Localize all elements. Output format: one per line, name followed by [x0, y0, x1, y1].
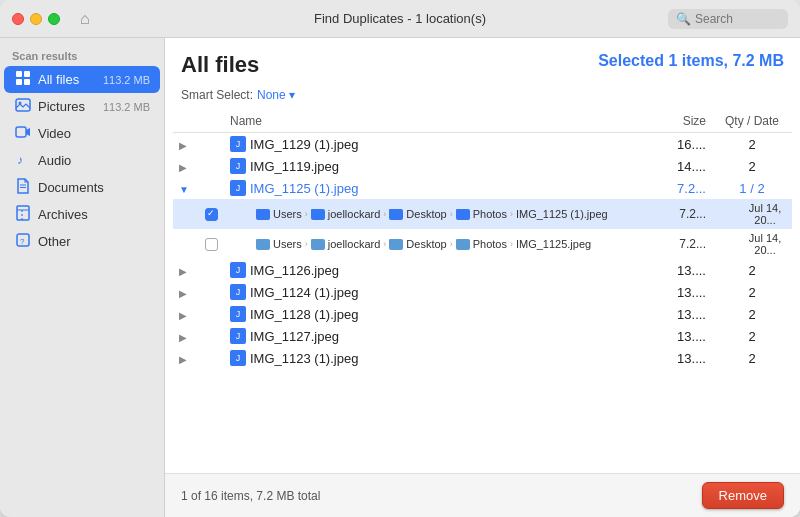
table-row[interactable]: ▶ J IMG_1129 (1).jpeg 16.... 2: [173, 133, 792, 156]
sidebar-item-documents[interactable]: Documents: [4, 174, 160, 201]
folder-icon: [456, 209, 470, 220]
file-name: IMG_1123 (1).jpeg: [250, 351, 358, 366]
all-files-label: All files: [38, 72, 97, 87]
sidebar-item-audio[interactable]: ♪ Audio: [4, 147, 160, 174]
path-segment: IMG_1125 (1).jpeg: [516, 208, 608, 220]
col-qty-header: Qty / Date: [712, 110, 792, 133]
expand-icon[interactable]: ▶: [179, 310, 187, 321]
all-files-size: 113.2 MB: [103, 74, 150, 86]
table-row[interactable]: ▶ J IMG_1128 (1).jpeg 13.... 2: [173, 303, 792, 325]
file-size: 14....: [632, 155, 712, 177]
sidebar-item-archives[interactable]: Archives: [4, 201, 160, 228]
path-separator: ›: [383, 239, 386, 249]
file-size: 13....: [632, 259, 712, 281]
close-button[interactable]: [12, 13, 24, 25]
folder-icon: [311, 209, 325, 220]
path-separator: ›: [305, 239, 308, 249]
col-size-header: Size: [632, 110, 712, 133]
file-name: IMG_1128 (1).jpeg: [250, 307, 358, 322]
svg-rect-10: [17, 206, 29, 220]
file-size: 13....: [632, 281, 712, 303]
file-size: 7.2...: [632, 177, 712, 199]
file-qty: 2: [712, 259, 792, 281]
path-segment: joellockard: [328, 208, 381, 220]
home-icon[interactable]: ⌂: [80, 10, 90, 28]
remove-button[interactable]: Remove: [702, 482, 784, 509]
minimize-button[interactable]: [30, 13, 42, 25]
folder-icon: [389, 239, 403, 250]
pictures-label: Pictures: [38, 99, 97, 114]
svg-rect-6: [16, 127, 26, 137]
table-row[interactable]: ▶ J IMG_1126.jpeg 13.... 2: [173, 259, 792, 281]
file-icon: J: [230, 158, 246, 174]
file-name: IMG_1129 (1).jpeg: [250, 137, 358, 152]
path-separator: ›: [450, 239, 453, 249]
table-row[interactable]: ▶ J IMG_1127.jpeg 13.... 2: [173, 325, 792, 347]
expand-icon[interactable]: ▶: [179, 140, 187, 151]
file-name: IMG_1126.jpeg: [250, 263, 339, 278]
sidebar-item-video[interactable]: Video: [4, 120, 160, 147]
search-input[interactable]: [695, 12, 780, 26]
file-table-container: Name Size Qty / Date ▶ J IMG_1129 (1).jp…: [165, 110, 800, 473]
archives-label: Archives: [38, 207, 150, 222]
row-checkbox[interactable]: [205, 208, 218, 221]
sidebar-item-other[interactable]: ? Other: [4, 228, 160, 255]
expand-icon[interactable]: ▶: [179, 354, 187, 365]
table-row[interactable]: Users › joellockard › Desktop › Photos: [173, 229, 792, 259]
window-title: Find Duplicates - 1 location(s): [314, 11, 486, 26]
file-qty: 2: [712, 347, 792, 369]
path-separator: ›: [305, 209, 308, 219]
archives-icon: [14, 205, 32, 224]
table-row[interactable]: ▶ J IMG_1119.jpeg 14.... 2: [173, 155, 792, 177]
svg-rect-3: [24, 79, 30, 85]
main-layout: Scan results All files 113.2 MB Pictures…: [0, 38, 800, 517]
folder-icon: [456, 239, 470, 250]
video-label: Video: [38, 126, 150, 141]
path-separator: ›: [510, 239, 513, 249]
smart-select-dropdown[interactable]: None ▾: [257, 88, 295, 102]
path-segment: Users: [273, 208, 302, 220]
expand-icon[interactable]: ▶: [179, 162, 187, 173]
footer-info: 1 of 16 items, 7.2 MB total: [181, 489, 320, 503]
path-segment: Photos: [473, 238, 507, 250]
expand-icon[interactable]: ▼: [179, 184, 189, 195]
file-qty: 2: [712, 325, 792, 347]
table-row[interactable]: ▶ J IMG_1123 (1).jpeg 13.... 2: [173, 347, 792, 369]
svg-rect-0: [16, 71, 22, 77]
svg-text:?: ?: [20, 237, 25, 246]
file-size: 7.2...: [632, 229, 712, 259]
path-segment: Users: [273, 238, 302, 250]
file-qty: 1 / 2: [712, 177, 792, 199]
table-row[interactable]: Users › joellockard › Desktop › Photos: [173, 199, 792, 229]
folder-icon: [256, 209, 270, 220]
expand-icon[interactable]: ▶: [179, 332, 187, 343]
file-size: 7.2...: [632, 199, 712, 229]
path-separator: ›: [383, 209, 386, 219]
expand-icon[interactable]: ▶: [179, 266, 187, 277]
traffic-lights: [12, 13, 60, 25]
titlebar: ⌂ Find Duplicates - 1 location(s) 🔍: [0, 0, 800, 38]
maximize-button[interactable]: [48, 13, 60, 25]
sidebar-item-all-files[interactable]: All files 113.2 MB: [4, 66, 160, 93]
col-expand: [173, 110, 224, 133]
table-row[interactable]: ▶ J IMG_1124 (1).jpeg 13.... 2: [173, 281, 792, 303]
sidebar-item-pictures[interactable]: Pictures 113.2 MB: [4, 93, 160, 120]
svg-rect-4: [16, 99, 30, 111]
path-segment: Photos: [473, 208, 507, 220]
svg-text:♪: ♪: [17, 153, 23, 167]
row-checkbox[interactable]: [205, 238, 218, 251]
file-date: Jul 14, 20...: [712, 229, 792, 259]
footer: 1 of 16 items, 7.2 MB total Remove: [165, 473, 800, 517]
file-name: IMG_1119.jpeg: [250, 159, 339, 174]
folder-icon: [256, 239, 270, 250]
table-row[interactable]: ▼ J IMG_1125 (1).jpeg 7.2... 1 / 2: [173, 177, 792, 199]
all-files-icon: [14, 70, 32, 89]
expand-icon[interactable]: ▶: [179, 288, 187, 299]
table-header-row: Name Size Qty / Date: [173, 110, 792, 133]
content-title-group: All files: [181, 52, 259, 78]
file-size: 13....: [632, 325, 712, 347]
smart-select-value: None: [257, 88, 286, 102]
file-name: IMG_1125 (1).jpeg: [250, 181, 358, 196]
search-box[interactable]: 🔍: [668, 9, 788, 29]
col-name-header: Name: [224, 110, 632, 133]
